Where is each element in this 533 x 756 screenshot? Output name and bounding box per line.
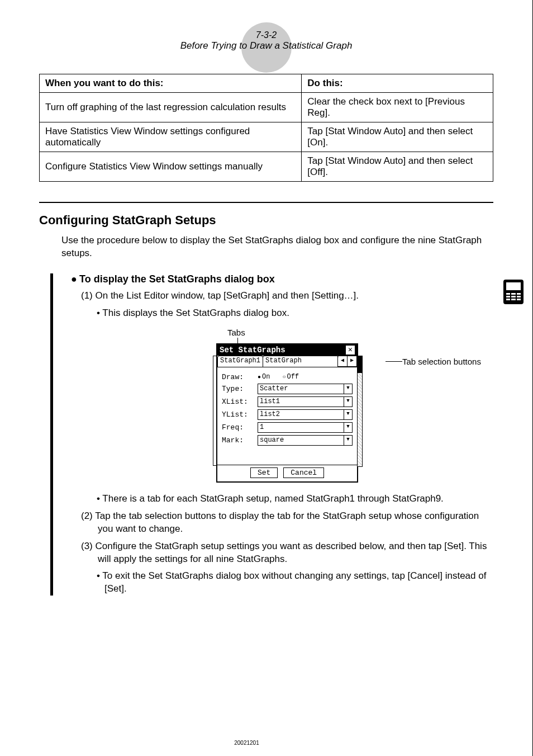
instruction-table: When you want to do this: Do this: Turn … <box>39 74 493 182</box>
draw-on-radio[interactable]: On <box>258 373 270 381</box>
chevron-down-icon[interactable]: ▼ <box>344 384 352 394</box>
step-2: (2) Tap the tab selection buttons to dis… <box>81 510 493 536</box>
type-dropdown[interactable]: Scatter▼ <box>258 384 353 394</box>
draw-label: Draw: <box>222 373 253 381</box>
cell: Configure Statistics View Window setting… <box>40 152 302 182</box>
freq-dropdown[interactable]: 1▼ <box>258 422 353 433</box>
cancel-button[interactable]: Cancel <box>283 467 324 478</box>
footer-code: 20021201 <box>0 740 493 746</box>
page-title: Before Trying to Draw a Statistical Grap… <box>39 40 493 51</box>
xlist-label: XList: <box>222 398 253 406</box>
mark-label: Mark: <box>222 436 253 445</box>
cell: Have Statistics View Window settings con… <box>40 122 302 152</box>
table-row: Have Statistics View Window settings con… <box>40 122 493 152</box>
section-intro: Use the procedure below to display the S… <box>61 234 493 260</box>
cell: Tap [Stat Window Auto] and then select [… <box>302 152 493 182</box>
chevron-down-icon[interactable]: ▼ <box>344 423 352 432</box>
step-3-note: • To exit the Set StatGraphs dialog box … <box>97 570 493 596</box>
mark-dropdown[interactable]: square▼ <box>258 435 353 446</box>
step-1-note: • This displays the Set StatGraphs dialo… <box>97 307 493 320</box>
ylist-dropdown[interactable]: list2▼ <box>258 409 353 420</box>
tab-scroll-right-button[interactable]: ▶ <box>347 356 357 367</box>
bullet-icon: ● <box>71 273 77 285</box>
draw-off-radio[interactable]: Off <box>282 373 299 381</box>
step-1: (1) On the List Editor window, tap [SetG… <box>81 290 493 303</box>
chevron-down-icon[interactable]: ▼ <box>344 436 352 445</box>
tabs-callout-label: Tabs <box>227 328 245 337</box>
dialog-title: Set StatGraphs <box>220 346 285 355</box>
close-icon[interactable]: ✕ <box>346 346 355 355</box>
table-row: Configure Statistics View Window setting… <box>40 152 493 182</box>
cell: Tap [Stat Window Auto] and then select [… <box>302 122 493 152</box>
cell: Clear the check box next to [Previous Re… <box>302 93 493 122</box>
table-row: Turn off graphing of the last regression… <box>40 93 493 122</box>
scrollbar[interactable] <box>357 356 363 467</box>
cell: Turn off graphing of the last regression… <box>40 93 302 122</box>
calculator-icon <box>503 280 524 304</box>
set-statgraphs-dialog: Set StatGraphs ✕ StatGraph1 StatGraph ◀ … <box>216 343 358 483</box>
sub-heading: To display the Set StatGraphs dialog box <box>79 273 275 285</box>
page-ref: 7-3-2 <box>39 17 493 40</box>
step-1-note-2: • There is a tab for each StatGraph setu… <box>97 493 493 505</box>
tab-scroll-left-button[interactable]: ◀ <box>337 356 348 367</box>
tab-statgraph1[interactable]: StatGraph1 <box>217 356 263 367</box>
chevron-down-icon[interactable]: ▼ <box>344 410 352 419</box>
th-do: Do this: <box>302 74 493 93</box>
th-when: When you want to do this: <box>40 74 302 93</box>
section-heading: Configuring StatGraph Setups <box>39 213 493 228</box>
tab-statgraph-next[interactable]: StatGraph <box>263 356 339 367</box>
xlist-dropdown[interactable]: list1▼ <box>258 396 353 407</box>
freq-label: Freq: <box>222 423 253 432</box>
ylist-label: YList: <box>222 410 253 419</box>
set-button[interactable]: Set <box>250 467 278 478</box>
tab-selection-callout-label: Tab selection buttons <box>402 357 481 366</box>
type-label: Type: <box>222 385 253 393</box>
chevron-down-icon[interactable]: ▼ <box>344 397 352 407</box>
step-3: (3) Configure the StatGraph setup settin… <box>81 540 493 566</box>
